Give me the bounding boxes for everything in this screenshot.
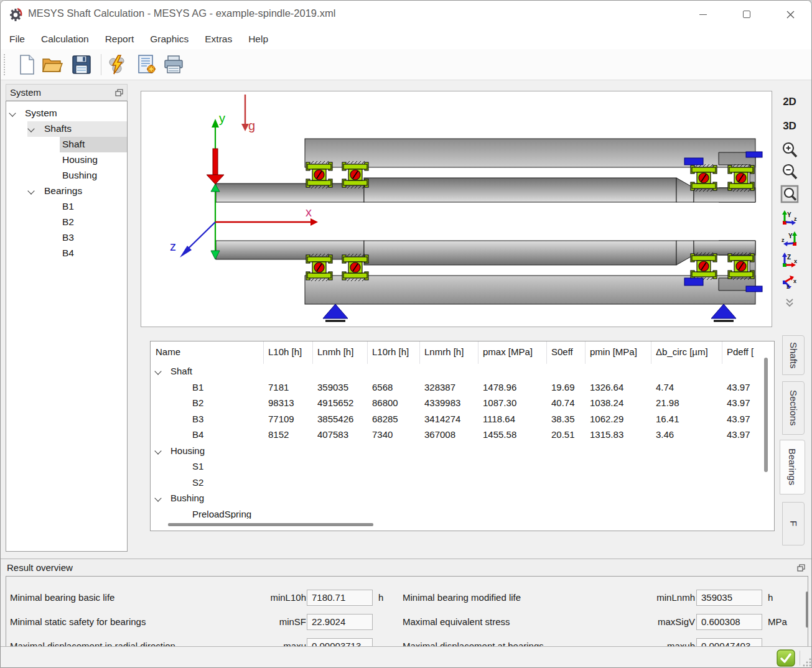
print-button[interactable] xyxy=(161,52,186,77)
menu-item-graphics[interactable]: Graphics xyxy=(150,34,189,45)
tab-shafts[interactable]: Shafts xyxy=(782,335,805,375)
toolbar-drag-handle[interactable] xyxy=(4,54,5,75)
view-zy-button[interactable]: Y z xyxy=(776,231,803,247)
column-header-b-circ-m[interactable]: Δb_circ [µm] xyxy=(651,341,722,364)
open-file-button[interactable] xyxy=(40,52,65,77)
column-header-lnmrh-h[interactable]: Lnmrh [h] xyxy=(420,341,478,364)
cell-pmin-mpa-housing xyxy=(586,443,651,460)
cell-b-circ-m-s1 xyxy=(651,459,722,475)
row-name-label: Shaft xyxy=(170,366,192,376)
view-xz-button[interactable]: x z xyxy=(776,273,803,289)
table-row-b1[interactable]: B1718135903565683283871478.9619.691326.6… xyxy=(151,380,775,396)
title-bar[interactable]: MESYS Shaft Calculation - MESYS AG - exa… xyxy=(1,1,811,29)
result-overview-scrollbar[interactable] xyxy=(806,591,808,628)
result-symbol: maxSigV xyxy=(614,616,695,627)
tree-item-b2[interactable]: B2 xyxy=(6,215,127,230)
table-row-shaft[interactable]: Shaft xyxy=(151,364,775,380)
table-horizontal-scrollbar[interactable] xyxy=(168,523,373,526)
dock-float-icon[interactable] xyxy=(797,564,805,572)
resize-grip[interactable] xyxy=(803,658,811,667)
cell-pmin-mpa-shaft xyxy=(586,364,651,380)
bearing-b2-mirror xyxy=(342,254,368,281)
result-value-field-minlnmh[interactable]: 359035 xyxy=(696,590,762,606)
minimize-button[interactable] xyxy=(689,1,717,28)
save-button[interactable] xyxy=(69,52,94,77)
table-row-b2[interactable]: B29831349156528680043399831087.3040.7410… xyxy=(151,396,775,412)
cell-lnmrh-h-b2: 4339983 xyxy=(420,396,478,412)
view-3d-button[interactable]: 3D xyxy=(776,120,803,132)
table-row-s2[interactable]: S2 xyxy=(151,475,775,491)
table-row-housing[interactable]: Housing xyxy=(151,443,775,460)
chevron-down-icon[interactable] xyxy=(154,447,161,454)
view-yz-button[interactable]: Y z xyxy=(776,210,803,226)
tree-item-bushing[interactable]: Bushing xyxy=(6,168,127,183)
table-row-b3[interactable]: B37710938554266828534142741118.6438.3510… xyxy=(151,412,775,428)
system-dock-header[interactable]: System xyxy=(6,84,128,101)
zoom-in-button[interactable] xyxy=(776,141,803,159)
calculation-ok-button[interactable] xyxy=(777,649,795,667)
support-right xyxy=(711,304,736,321)
view-2d-button[interactable]: 2D xyxy=(776,96,803,108)
result-value-field-minl10h[interactable]: 7180.71 xyxy=(307,590,373,606)
toolbar-more-button[interactable] xyxy=(776,298,803,308)
cell-s0eff-s1 xyxy=(547,459,586,475)
table-row-bushing[interactable]: Bushing xyxy=(151,491,775,507)
column-header-l10h-h[interactable]: L10h [h] xyxy=(264,341,313,364)
tree-item-housing[interactable]: Housing xyxy=(6,152,127,168)
tab-sections[interactable]: Sections xyxy=(782,381,805,435)
zoom-fit-button[interactable] xyxy=(776,185,803,203)
menu-item-help[interactable]: Help xyxy=(248,34,268,45)
tree-item-b1[interactable]: B1 xyxy=(6,199,127,215)
zoom-out-button[interactable] xyxy=(776,163,803,180)
column-header-l10rh-h[interactable]: L10rh [h] xyxy=(368,341,420,364)
result-value-field-maxsigv[interactable]: 0.600308 xyxy=(696,614,762,630)
table-row-b4[interactable]: B4815240758373403670081455.5820.511315.8… xyxy=(151,427,775,443)
toolbar-separator xyxy=(101,54,101,75)
chevron-down-icon[interactable] xyxy=(154,368,161,374)
menu-item-extras[interactable]: Extras xyxy=(205,34,232,45)
tree-item-b4[interactable]: B4 xyxy=(6,246,127,261)
result-overview-header[interactable]: Result overview xyxy=(1,559,811,576)
calculate-button[interactable] xyxy=(105,52,129,77)
result-value-field-maxub[interactable]: 0.00047403 xyxy=(696,638,762,646)
column-header-pmin-mpa[interactable]: pmin [MPa] xyxy=(586,341,651,364)
result-value-field-maxu[interactable]: 0.00003713 xyxy=(307,638,373,646)
cell-s0eff-housing xyxy=(547,443,586,460)
tree-item-shafts[interactable]: Shafts xyxy=(6,121,127,137)
cell-lnmrh-h-shaft xyxy=(420,364,478,380)
table-row-s1[interactable]: S1 xyxy=(151,459,775,475)
chevron-down-icon[interactable] xyxy=(154,494,161,501)
column-header-s0eff[interactable]: S0eff xyxy=(547,341,586,364)
maximize-button[interactable] xyxy=(732,1,761,28)
report-button[interactable] xyxy=(134,52,159,77)
new-file-button[interactable] xyxy=(14,52,39,77)
result-symbol: minLnmh xyxy=(614,592,695,603)
tree-item-shaft[interactable]: Shaft xyxy=(6,137,127,152)
svg-text:x: x xyxy=(793,278,796,284)
tab-bearings[interactable]: Bearings xyxy=(780,440,805,494)
chevron-down-icon[interactable] xyxy=(27,187,34,194)
cell-pmax-mpa-bushing xyxy=(478,491,547,507)
row-name-cell: B2 xyxy=(151,396,264,412)
chevron-down-icon[interactable] xyxy=(9,109,16,116)
menu-item-calculation[interactable]: Calculation xyxy=(41,34,89,45)
result-value-field-minsf[interactable]: 22.9024 xyxy=(307,614,373,630)
cell-b-circ-m-housing xyxy=(651,443,722,460)
cell-l10rh-h-housing xyxy=(368,443,420,460)
menu-item-report[interactable]: Report xyxy=(105,34,134,45)
close-button[interactable] xyxy=(776,1,805,28)
column-header-lnmh-h[interactable]: Lnmh [h] xyxy=(313,341,368,364)
dock-float-icon[interactable] xyxy=(115,89,123,96)
tree-item-bearings[interactable]: Bearings xyxy=(6,183,127,199)
tab-f[interactable]: F xyxy=(782,502,805,545)
tree-item-b3[interactable]: B3 xyxy=(6,230,127,246)
column-header-pmax-mpa[interactable]: pmax [MPa] xyxy=(478,341,547,364)
menu-item-file[interactable]: File xyxy=(9,34,25,45)
tree-item-system[interactable]: System xyxy=(6,106,127,121)
column-header-name[interactable]: Name xyxy=(151,341,264,364)
table-vertical-scrollbar[interactable] xyxy=(764,358,768,472)
view-zx-button[interactable]: Z x xyxy=(776,252,803,268)
zoom-fit-icon xyxy=(780,185,799,203)
cell-pmax-mpa-housing xyxy=(478,443,547,460)
shaft-drawing-view[interactable]: g y x z xyxy=(141,91,772,327)
